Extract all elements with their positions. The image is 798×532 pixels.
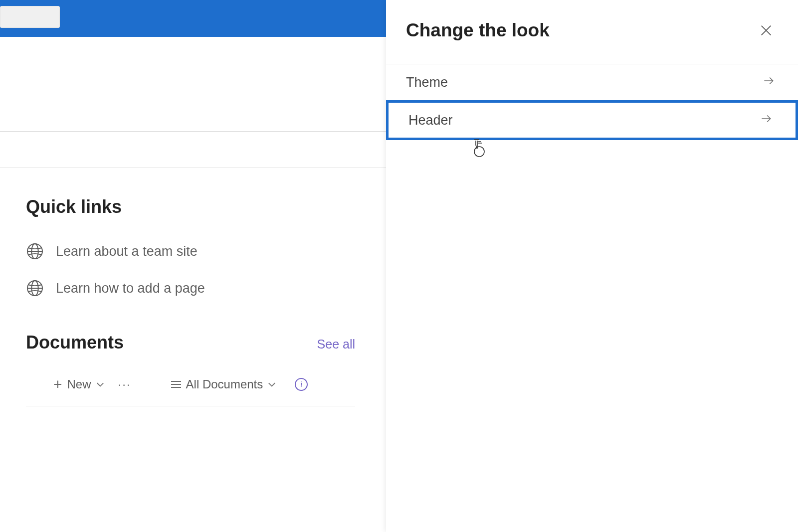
top-bar-input-box[interactable] xyxy=(0,6,60,28)
main-area: Quick links Learn about a team site xyxy=(0,37,386,532)
quick-link-label: Learn how to add a page xyxy=(56,281,205,296)
documents-toolbar: + New ··· All Documents i xyxy=(26,376,355,406)
close-button[interactable] xyxy=(759,23,773,37)
panel-option-header[interactable]: Header xyxy=(386,100,798,140)
more-actions-button[interactable]: ··· xyxy=(114,377,135,391)
documents-header-row: Documents See all xyxy=(26,332,355,353)
page-content: Quick links Learn about a team site xyxy=(0,168,386,406)
globe-icon xyxy=(26,279,44,297)
panel-option-theme[interactable]: Theme xyxy=(386,64,798,100)
quick-links-heading: Quick links xyxy=(26,196,386,217)
nav-spacer xyxy=(0,132,386,168)
panel-title: Change the look xyxy=(406,20,550,41)
documents-section: Documents See all + New ··· All Document xyxy=(26,332,386,406)
quick-link-learn-team-site[interactable]: Learn about a team site xyxy=(26,242,386,260)
panel-option-label: Theme xyxy=(406,75,448,90)
change-look-panel: Change the look Theme Header xyxy=(386,0,798,532)
globe-icon xyxy=(26,242,44,260)
chevron-down-icon xyxy=(268,379,276,390)
documents-heading: Documents xyxy=(26,332,124,353)
new-label: New xyxy=(67,377,91,391)
arrow-right-icon xyxy=(760,112,773,129)
info-icon[interactable]: i xyxy=(295,378,308,391)
header-spacer xyxy=(0,37,386,132)
quick-link-add-page[interactable]: Learn how to add a page xyxy=(26,279,386,297)
new-button[interactable]: + New xyxy=(53,376,104,393)
view-label: All Documents xyxy=(186,377,263,391)
plus-icon: + xyxy=(53,376,62,393)
panel-option-label: Header xyxy=(408,113,453,128)
list-icon xyxy=(171,381,181,388)
quick-link-label: Learn about a team site xyxy=(56,244,198,259)
view-selector[interactable]: All Documents xyxy=(171,377,276,391)
chevron-down-icon xyxy=(96,379,104,390)
arrow-right-icon xyxy=(762,74,775,91)
panel-header: Change the look xyxy=(386,0,798,64)
see-all-link[interactable]: See all xyxy=(317,337,355,352)
